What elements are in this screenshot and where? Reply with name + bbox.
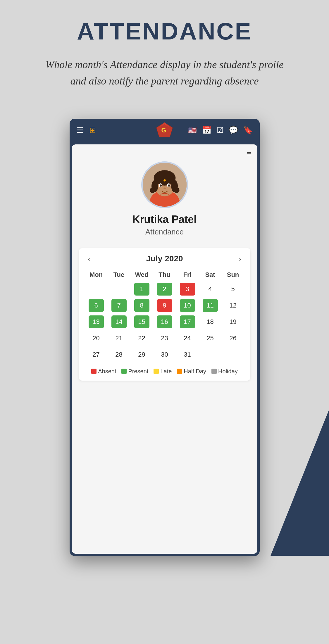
calendar-cell xyxy=(85,281,108,297)
halfday-dot xyxy=(177,369,182,374)
day-number: 25 xyxy=(203,332,218,345)
calendar-cell: 22 xyxy=(130,330,153,346)
legend: Absent Present Late Half Day xyxy=(85,368,244,375)
calendar-cell: 9 xyxy=(153,297,176,314)
calendar-cell: 30 xyxy=(153,346,176,363)
calendar-cell: 20 xyxy=(85,330,108,346)
legend-absent: Absent xyxy=(91,368,116,375)
calendar-cell: 14 xyxy=(108,314,130,330)
day-number: 20 xyxy=(89,332,104,345)
calendar-cell: 8 xyxy=(130,297,153,314)
day-number: 10 xyxy=(180,299,195,312)
calendar-cell xyxy=(222,346,244,363)
calendar-cell: 19 xyxy=(222,314,244,330)
calendar-cell: 1 xyxy=(130,281,153,297)
calendar-cell: 31 xyxy=(176,346,199,363)
prev-month-button[interactable]: ‹ xyxy=(88,254,90,263)
next-month-button[interactable]: › xyxy=(239,254,241,263)
day-number: 4 xyxy=(203,283,218,296)
svg-point-12 xyxy=(150,187,155,193)
calendar-cell: 11 xyxy=(199,297,222,314)
calendar-cell: 4 xyxy=(199,281,222,297)
calendar-section: ‹ July 2020 › Mon Tue Wed Thu Fri Sat S xyxy=(79,248,250,381)
student-name: Krutika Patel xyxy=(132,213,197,226)
absent-dot xyxy=(91,369,97,374)
calendar-cell: 27 xyxy=(85,346,108,363)
col-tue: Tue xyxy=(108,269,130,281)
day-number: 1 xyxy=(134,283,149,296)
calendar-cell: 3 xyxy=(176,281,199,297)
day-number: 9 xyxy=(157,299,172,312)
avatar-image xyxy=(143,163,187,207)
svg-point-17 xyxy=(168,184,170,187)
day-number: 14 xyxy=(111,315,127,328)
halfday-label: Half Day xyxy=(184,368,206,375)
legend-halfday: Half Day xyxy=(177,368,206,375)
calendar-month-year: July 2020 xyxy=(146,254,183,263)
whatsapp-nav-icon[interactable]: 💬 xyxy=(229,126,238,135)
calendar-cell: 26 xyxy=(222,330,244,346)
flag-icon[interactable]: 🇺🇸 xyxy=(188,126,197,134)
legend-late: Late xyxy=(154,368,172,375)
svg-point-18 xyxy=(163,187,166,189)
calendar-cell: 10 xyxy=(176,297,199,314)
col-sat: Sat xyxy=(199,269,222,281)
calendar-cell: 21 xyxy=(108,330,130,346)
late-dot xyxy=(154,369,159,374)
calendar-cell: 5 xyxy=(222,281,244,297)
calendar-week-row: 6789101112 xyxy=(85,297,244,314)
calendar-nav-icon[interactable]: 📅 xyxy=(202,126,211,135)
day-number: 11 xyxy=(203,299,218,312)
top-section: ATTENDANCE Whole month's Attendance disp… xyxy=(0,0,329,119)
calendar-week-row: 13141516171819 xyxy=(85,314,244,330)
col-wed: Wed xyxy=(130,269,153,281)
day-number: 5 xyxy=(225,283,241,296)
day-number: 2 xyxy=(157,283,172,296)
present-dot xyxy=(121,369,127,374)
day-number: 29 xyxy=(134,348,149,361)
svg-point-13 xyxy=(174,187,179,193)
content-header: ≡ xyxy=(72,144,257,158)
calendar-week-row: 12345 xyxy=(85,281,244,297)
content-hamburger-icon[interactable]: ≡ xyxy=(247,149,252,158)
phone-frame: ☰ ⊞ G 🇺🇸 📅 ☑ 💬 🔖 xyxy=(70,119,260,556)
day-number: 16 xyxy=(157,315,172,328)
calendar-cell: 13 xyxy=(85,314,108,330)
phone-wrapper: ☰ ⊞ G 🇺🇸 📅 ☑ 💬 🔖 xyxy=(0,119,329,556)
svg-point-19 xyxy=(163,179,166,182)
calendar-cell xyxy=(199,346,222,363)
day-number: 27 xyxy=(89,348,104,361)
col-thu: Thu xyxy=(153,269,176,281)
logo-container: G xyxy=(155,121,174,139)
day-number: 22 xyxy=(134,332,149,345)
calendar-cell: 28 xyxy=(108,346,130,363)
legend-holiday: Holiday xyxy=(211,368,238,375)
day-number: 15 xyxy=(134,315,149,328)
nav-bar: ☰ ⊞ G 🇺🇸 📅 ☑ 💬 🔖 xyxy=(70,119,260,142)
check-nav-icon[interactable]: ☑ xyxy=(217,126,223,135)
nav-right: 🇺🇸 📅 ☑ 💬 🔖 xyxy=(188,126,253,135)
col-fri: Fri xyxy=(176,269,199,281)
bookmark-nav-icon[interactable]: 🔖 xyxy=(243,126,253,135)
calendar-cell: 29 xyxy=(130,346,153,363)
day-number: 19 xyxy=(225,315,241,328)
day-number: 26 xyxy=(225,332,241,345)
present-label: Present xyxy=(128,368,148,375)
calendar-cell: 15 xyxy=(130,314,153,330)
holiday-label: Holiday xyxy=(218,368,238,375)
page-title: ATTENDANCE xyxy=(23,18,306,45)
calendar-cell: 18 xyxy=(199,314,222,330)
calendar-cell: 7 xyxy=(108,297,130,314)
day-number: 13 xyxy=(89,315,104,328)
calendar-header-row: Mon Tue Wed Thu Fri Sat Sun xyxy=(85,269,244,281)
calendar-body: 1234567891011121314151617181920212223242… xyxy=(85,281,244,363)
hamburger-nav-icon[interactable]: ☰ xyxy=(77,126,83,135)
calendar-cell: 12 xyxy=(222,297,244,314)
day-number: 12 xyxy=(225,299,241,312)
attendance-section-label: Attendance xyxy=(145,227,184,236)
calendar-table: Mon Tue Wed Thu Fri Sat Sun 123456789101… xyxy=(85,269,244,363)
legend-present: Present xyxy=(121,368,148,375)
day-number: 28 xyxy=(111,348,127,361)
day-number: 17 xyxy=(180,315,195,328)
grid-nav-icon[interactable]: ⊞ xyxy=(89,125,96,135)
